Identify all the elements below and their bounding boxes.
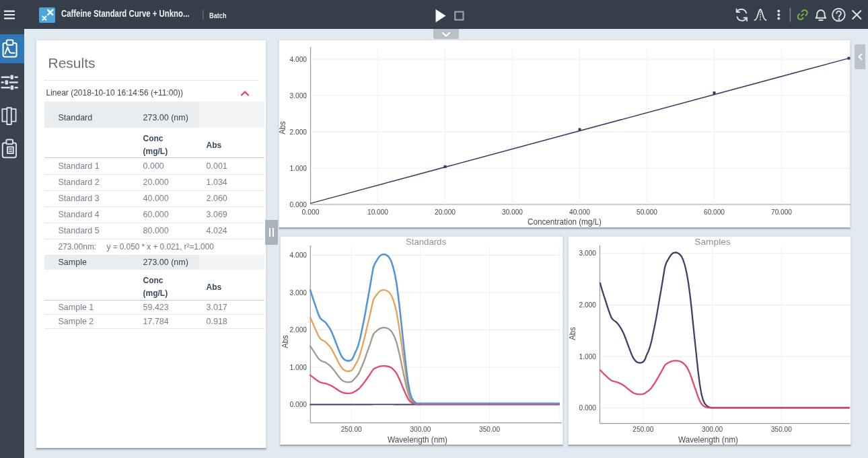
svg-text:350.00: 350.00 xyxy=(479,425,500,433)
svg-text:1.000: 1.000 xyxy=(289,363,307,371)
svg-text:1.000: 1.000 xyxy=(289,164,307,172)
svg-text:250.00: 250.00 xyxy=(632,425,653,433)
svg-text:4.000: 4.000 xyxy=(289,251,307,259)
svg-text:4.000: 4.000 xyxy=(289,55,307,63)
svg-text:0.000: 0.000 xyxy=(579,404,596,412)
svg-text:Abs: Abs xyxy=(281,335,290,348)
svg-text:Wavelength (nm): Wavelength (nm) xyxy=(388,435,447,445)
svg-text:30.000: 30.000 xyxy=(502,208,523,216)
svg-text:3.000: 3.000 xyxy=(289,91,307,100)
svg-text:50.000: 50.000 xyxy=(637,208,657,216)
svg-text:70.000: 70.000 xyxy=(771,208,792,216)
svg-text:Standards: Standards xyxy=(406,237,447,247)
svg-text:0.000: 0.000 xyxy=(289,400,307,408)
svg-text:Concentration (mg/L): Concentration (mg/L) xyxy=(528,217,602,227)
svg-text:300.00: 300.00 xyxy=(410,425,431,433)
svg-text:0.000: 0.000 xyxy=(301,208,319,216)
svg-text:3.000: 3.000 xyxy=(289,289,307,297)
svg-text:Wavelength (nm): Wavelength (nm) xyxy=(678,435,738,445)
svg-text:1.000: 1.000 xyxy=(579,352,596,360)
svg-text:350.00: 350.00 xyxy=(770,425,791,433)
svg-text:2.000: 2.000 xyxy=(289,326,307,334)
svg-text:2.000: 2.000 xyxy=(579,301,596,309)
svg-text:300.00: 300.00 xyxy=(702,425,723,433)
svg-text:Abs: Abs xyxy=(569,327,577,340)
svg-text:Abs: Abs xyxy=(279,121,287,135)
svg-text:20.000: 20.000 xyxy=(435,208,456,216)
svg-text:250.00: 250.00 xyxy=(340,425,361,433)
svg-text:40.000: 40.000 xyxy=(569,208,590,216)
svg-text:10.000: 10.000 xyxy=(367,208,388,216)
svg-text:Samples: Samples xyxy=(694,237,731,247)
svg-text:3.000: 3.000 xyxy=(579,249,596,257)
svg-text:2.000: 2.000 xyxy=(289,128,307,136)
svg-text:60.000: 60.000 xyxy=(704,208,725,216)
